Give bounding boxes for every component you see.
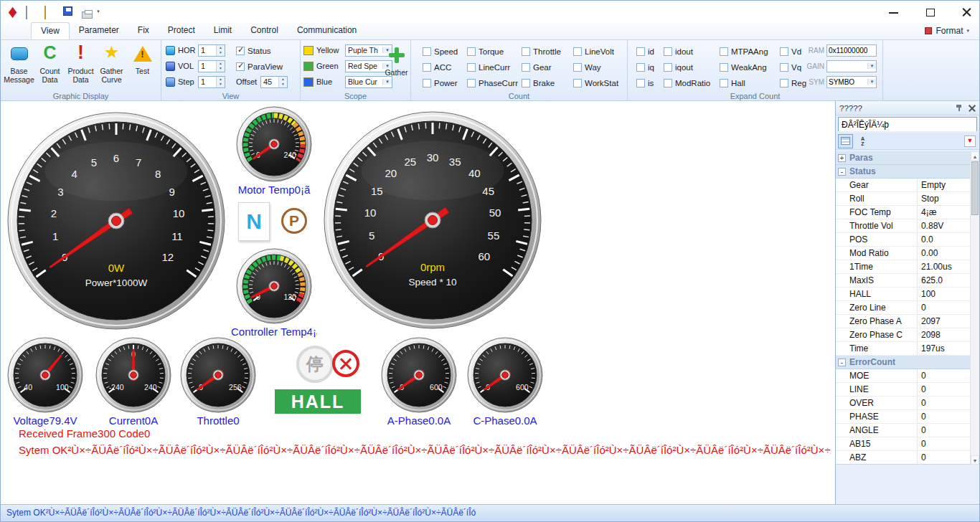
- property-row[interactable]: FOC Temp4¡æ: [836, 206, 971, 219]
- expand-toggle-icon[interactable]: -: [838, 168, 846, 176]
- pin-icon[interactable]: [955, 104, 963, 112]
- checkbox-mtpaang[interactable]: MTPAAng: [720, 44, 780, 60]
- spinner-arrows[interactable]: ▴▾: [216, 77, 225, 87]
- button-test[interactable]: Test: [127, 42, 158, 92]
- sort-alphabetical-button[interactable]: [855, 134, 870, 148]
- checkbox-torque[interactable]: Torque: [467, 44, 522, 60]
- property-row[interactable]: MOE0: [836, 369, 971, 383]
- property-row[interactable]: OVER0: [836, 397, 971, 410]
- checkbox-way[interactable]: Way: [573, 60, 619, 75]
- checkbox-power[interactable]: Power: [423, 75, 467, 91]
- vol-spinner[interactable]: VOL 1▴▾: [166, 60, 225, 72]
- property-row[interactable]: POS0.0: [836, 233, 971, 247]
- quick-access-more-icon[interactable]: ▾: [97, 9, 100, 14]
- parameter-file-input[interactable]: [839, 118, 976, 131]
- scroll-up-icon[interactable]: ▲: [971, 151, 979, 161]
- property-row[interactable]: Zero Phase C2098: [836, 328, 971, 342]
- scroll-thumb[interactable]: [971, 161, 979, 215]
- checkbox-status[interactable]: Status: [236, 43, 271, 59]
- panel-scrollbar[interactable]: ▲ ▼: [970, 151, 979, 465]
- property-row[interactable]: RollStop: [836, 192, 971, 206]
- svg-text:50: 50: [489, 207, 501, 219]
- property-row[interactable]: MaxIS625.0: [836, 274, 971, 288]
- category-status[interactable]: -Status: [836, 165, 971, 179]
- checkbox-linecurr[interactable]: LineCurr: [467, 60, 522, 75]
- spinner-value[interactable]: 1: [199, 61, 216, 72]
- checkbox-throttle[interactable]: Throttle: [522, 44, 573, 60]
- offset-value[interactable]: 45: [261, 77, 278, 87]
- property-row[interactable]: Throttle Vol0.88V: [836, 219, 971, 233]
- spinner-arrows[interactable]: ▴▾: [216, 45, 225, 56]
- property-row[interactable]: 1Time21.00us: [836, 260, 971, 274]
- checkbox-hall[interactable]: Hall: [720, 75, 780, 91]
- property-row[interactable]: HALL100: [836, 288, 971, 301]
- property-row[interactable]: PHASE0: [836, 410, 971, 424]
- format-menu[interactable]: Format ▾: [925, 26, 969, 36]
- property-row[interactable]: ABZ0: [836, 451, 971, 465]
- checkbox-linevolt[interactable]: LineVolt: [573, 44, 619, 60]
- category-errorcount[interactable]: -ErrorCount: [836, 356, 971, 369]
- checkbox-speed[interactable]: Speed: [423, 44, 467, 60]
- categorized-view-button[interactable]: [838, 134, 853, 148]
- button-gather-curve[interactable]: GatherCurve: [96, 42, 127, 92]
- checkbox-gear[interactable]: Gear: [522, 60, 573, 75]
- tab-limit[interactable]: Limit: [204, 22, 241, 39]
- property-row[interactable]: Zero Phase A2097: [836, 315, 971, 328]
- gather-button[interactable]: Gather: [381, 43, 412, 93]
- tab-parameter[interactable]: Parameter: [70, 22, 128, 39]
- checkbox-paraview[interactable]: ParaView: [236, 59, 283, 75]
- hor-spinner[interactable]: HOR 1▴▾: [166, 44, 225, 57]
- print-icon[interactable]: [82, 11, 93, 19]
- property-row[interactable]: Time197us: [836, 342, 971, 356]
- category-paras[interactable]: +Paras: [836, 151, 971, 165]
- spinner-arrows[interactable]: ▴▾: [216, 61, 225, 72]
- property-row[interactable]: Mod Ratio0.00: [836, 247, 971, 260]
- checkbox-workstat[interactable]: WorkStat: [573, 75, 619, 91]
- panel-close-icon[interactable]: [969, 105, 976, 112]
- gain-field[interactable]: GAIN ▾: [803, 60, 877, 72]
- step-spinner[interactable]: Step 1▴▾: [166, 75, 225, 88]
- spinner-value[interactable]: 1: [199, 45, 216, 56]
- button-base-message[interactable]: BaseMessage: [4, 42, 34, 92]
- checkbox-label: LineVolt: [585, 47, 614, 56]
- property-row[interactable]: ANGLE0: [836, 424, 971, 437]
- sym-field[interactable]: SYM SYMBO▾: [803, 75, 877, 88]
- checkbox-weakang[interactable]: WeakAng: [720, 60, 780, 75]
- checkbox-phasecurr[interactable]: PhaseCurr: [467, 75, 522, 91]
- checkbox-iq[interactable]: iq: [636, 60, 664, 75]
- checkbox-brake[interactable]: Brake: [522, 75, 573, 91]
- scroll-down-icon[interactable]: ▼: [971, 455, 979, 465]
- offset-spinner[interactable]: Offset 45▴▾: [236, 75, 288, 88]
- close-button[interactable]: [961, 6, 972, 17]
- tab-protect[interactable]: Protect: [159, 22, 204, 39]
- maximize-button[interactable]: [925, 6, 936, 17]
- checkbox-is[interactable]: is: [636, 75, 664, 91]
- checkbox-modratio[interactable]: ModRatio: [664, 75, 720, 91]
- spinner-arrows[interactable]: ▴▾: [278, 77, 287, 87]
- open-folder-icon[interactable]: [44, 6, 46, 19]
- minimize-button[interactable]: [888, 6, 899, 17]
- checkbox-acc[interactable]: ACC: [423, 60, 467, 75]
- save-icon[interactable]: [63, 6, 72, 16]
- download-params-button[interactable]: [962, 134, 977, 148]
- property-row[interactable]: LINE0: [836, 383, 971, 397]
- tab-control[interactable]: Control: [241, 22, 288, 39]
- new-document-icon[interactable]: [26, 6, 27, 19]
- spinner-value[interactable]: 1: [199, 77, 216, 87]
- button-count-data[interactable]: CountData: [34, 42, 65, 92]
- tab-communication[interactable]: Communication: [288, 22, 366, 39]
- expand-toggle-icon[interactable]: +: [838, 154, 846, 162]
- checkbox-iqout[interactable]: iqout: [664, 60, 720, 75]
- ram-value[interactable]: 0x11000000: [827, 47, 876, 54]
- tab-view[interactable]: View: [31, 22, 70, 39]
- ram-field[interactable]: RAM 0x11000000: [803, 44, 877, 57]
- property-row[interactable]: AB150: [836, 437, 971, 451]
- property-row[interactable]: Zero Line0: [836, 301, 971, 315]
- checkbox-id[interactable]: id: [636, 44, 664, 60]
- button-product-data[interactable]: ProductData: [65, 42, 96, 92]
- sym-value[interactable]: SYMBO: [827, 78, 867, 86]
- property-row[interactable]: GearEmpty: [836, 179, 971, 192]
- expand-toggle-icon[interactable]: -: [838, 359, 846, 366]
- tab-fix[interactable]: Fix: [128, 22, 159, 39]
- checkbox-idout[interactable]: idout: [664, 44, 720, 60]
